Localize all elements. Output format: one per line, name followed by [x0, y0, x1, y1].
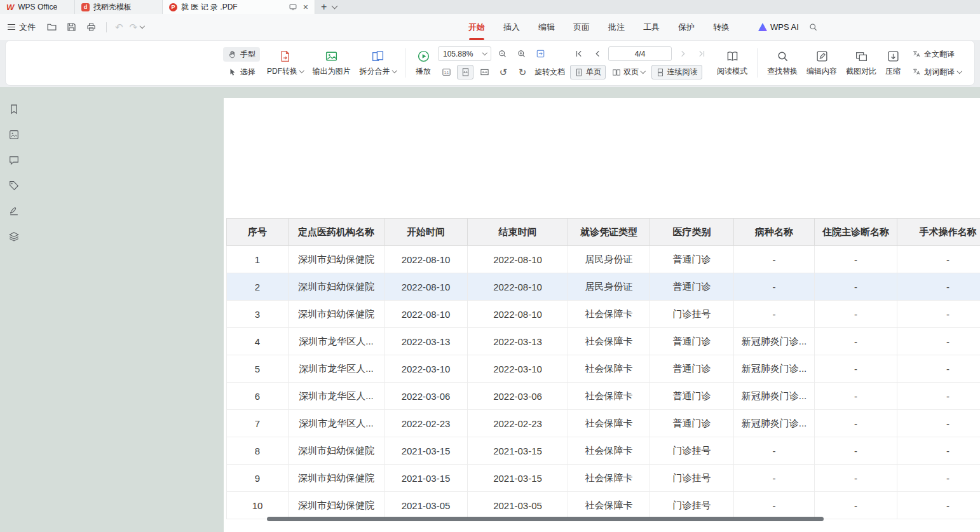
new-tab-button[interactable]: +	[315, 0, 332, 14]
zoom-out-button[interactable]	[494, 46, 510, 61]
tab-wps-office[interactable]: W WPS Office	[0, 0, 75, 14]
menu-item-插入[interactable]: 插入	[503, 14, 520, 40]
table-header-cell: 医疗类别	[650, 219, 734, 246]
split-merge-button[interactable]: 拆分合并	[355, 48, 401, 78]
table-cell: -	[815, 492, 897, 519]
select-tool-button[interactable]: 选择	[223, 65, 260, 79]
file-menu-button[interactable]: 文件	[8, 22, 36, 33]
table-cell: -	[734, 246, 815, 273]
menu-item-页面[interactable]: 页面	[573, 14, 590, 40]
table-cell: 新冠肺炎门诊...	[734, 410, 815, 437]
fit-width-button[interactable]	[476, 65, 493, 79]
table-row: 6深圳市龙华区人...2022-03-062022-03-06社会保障卡普通门诊…	[227, 383, 980, 410]
table-cell: 2021-03-05	[468, 492, 568, 519]
table-cell: 居民身份证	[568, 246, 650, 273]
first-page-button[interactable]	[570, 46, 587, 61]
pdf-page: 序号定点医药机构名称开始时间结束时间就诊凭证类型医疗类别病种名称住院主诊断名称手…	[224, 98, 980, 532]
tags-icon[interactable]	[8, 180, 20, 191]
table-cell: 10	[227, 492, 289, 519]
table-cell: -	[897, 246, 980, 273]
table-cell: -	[897, 437, 980, 465]
menu-item-批注[interactable]: 批注	[608, 14, 625, 40]
table-cell: 深圳市妇幼保健院	[289, 465, 385, 492]
table-cell: -	[815, 410, 897, 437]
table-cell: 门诊挂号	[650, 437, 734, 465]
zoom-combobox[interactable]: 105.88%	[438, 46, 491, 61]
wps-ai-label: WPS AI	[770, 22, 799, 32]
tab-list-chevron-icon[interactable]	[332, 3, 338, 10]
table-cell: 新冠肺炎门诊...	[734, 355, 815, 383]
play-button[interactable]: 播放	[411, 48, 435, 78]
play-icon	[417, 50, 430, 63]
single-page-toggle[interactable]: 单页	[570, 65, 606, 79]
pdf-convert-button[interactable]: PDF转换	[262, 48, 308, 78]
redo-icon[interactable]: ↷	[130, 22, 138, 33]
table-cell: 普通门诊	[650, 410, 734, 437]
bookmark-icon[interactable]	[8, 104, 20, 115]
undo-icon[interactable]: ↶	[115, 22, 123, 33]
table-cell: 社会保障卡	[568, 328, 650, 355]
tab-docer-template[interactable]: d 找稻壳模板	[75, 0, 163, 14]
export-image-button[interactable]: 输出为图片	[308, 48, 355, 78]
table-cell: 7	[227, 410, 289, 437]
menu-item-转换[interactable]: 转换	[713, 14, 730, 40]
window-tab-bar: W WPS Office d 找稻壳模板 P 就 医 记 录 .PDF × +	[0, 0, 980, 14]
actual-size-button[interactable]	[438, 65, 454, 79]
save-icon[interactable]	[66, 22, 77, 32]
hand-tool-button[interactable]: 手型	[223, 47, 260, 62]
close-tab-icon[interactable]: ×	[303, 3, 308, 11]
table-cell: -	[815, 328, 897, 355]
wps-ai-button[interactable]: WPS AI	[758, 22, 799, 32]
table-cell: 2022-08-10	[468, 301, 568, 328]
reading-mode-button[interactable]: 阅读模式	[712, 48, 752, 78]
compress-button[interactable]: 压缩	[881, 48, 905, 78]
menu-item-编辑[interactable]: 编辑	[538, 14, 555, 40]
rotate-doc-label[interactable]: 旋转文档	[534, 67, 565, 78]
page-indicator-input[interactable]: 4/4	[608, 46, 672, 61]
undo-history-chevron-icon[interactable]	[140, 24, 145, 29]
comments-icon[interactable]	[8, 154, 20, 166]
double-page-toggle[interactable]: 双页	[608, 65, 649, 79]
signature-icon[interactable]	[8, 205, 20, 217]
table-cell: -	[734, 437, 815, 465]
table-cell: 9	[227, 465, 289, 492]
document-canvas: 序号定点医药机构名称开始时间结束时间就诊凭证类型医疗类别病种名称住院主诊断名称手…	[0, 87, 980, 532]
screenshot-compare-button[interactable]: 截图对比	[841, 48, 881, 78]
compress-icon	[887, 50, 900, 63]
tab-document-pdf[interactable]: P 就 医 记 录 .PDF ×	[163, 0, 315, 14]
menu-item-工具[interactable]: 工具	[643, 14, 660, 40]
table-cell: 深圳市妇幼保健院	[289, 492, 385, 519]
horizontal-scrollbar-thumb[interactable]	[267, 517, 824, 521]
word-translate-button[interactable]: 划词翻译	[908, 65, 966, 79]
table-cell: 2021-03-15	[385, 437, 468, 465]
prev-page-button[interactable]	[589, 46, 606, 61]
table-cell: 2022-08-10	[468, 273, 568, 301]
table-header-cell: 序号	[227, 219, 289, 246]
continuous-read-icon	[656, 68, 665, 77]
edit-content-button[interactable]: 编辑内容	[802, 48, 841, 78]
menu-item-保护[interactable]: 保护	[678, 14, 695, 40]
fit-page-button[interactable]	[457, 65, 473, 79]
thumbnails-icon[interactable]	[8, 129, 20, 140]
print-icon[interactable]	[86, 22, 97, 32]
next-page-button[interactable]	[674, 46, 691, 61]
rotate-right-icon[interactable]: ↻	[514, 65, 531, 79]
layers-icon[interactable]	[8, 231, 20, 242]
find-replace-button[interactable]: 查找替换	[763, 48, 802, 78]
table-cell: -	[734, 465, 815, 492]
fit-window-button[interactable]	[532, 46, 548, 61]
rotate-left-icon[interactable]: ↺	[495, 65, 512, 79]
table-cell: 普通门诊	[650, 328, 734, 355]
table-header-cell: 就诊凭证类型	[568, 219, 650, 246]
table-row: 1深圳市妇幼保健院2022-08-102022-08-10居民身份证普通门诊--…	[227, 246, 980, 273]
table-cell: -	[897, 410, 980, 437]
continuous-read-toggle[interactable]: 连续阅读	[651, 65, 702, 79]
monitor-icon[interactable]	[289, 3, 297, 11]
table-cell: -	[897, 301, 980, 328]
full-translate-button[interactable]: 全文翻译	[908, 47, 959, 62]
menu-item-开始[interactable]: 开始	[468, 14, 485, 40]
search-icon[interactable]	[808, 22, 818, 32]
open-file-icon[interactable]	[46, 22, 57, 32]
zoom-in-button[interactable]	[513, 46, 529, 61]
last-page-button[interactable]	[693, 46, 710, 61]
